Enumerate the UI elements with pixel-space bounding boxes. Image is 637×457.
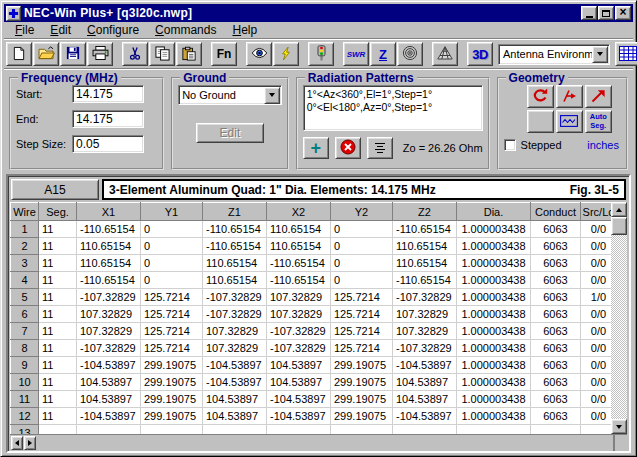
cell[interactable]: 11 bbox=[39, 408, 77, 425]
cell[interactable]: -110.65154 bbox=[203, 221, 267, 238]
ground-dropdown-arrow[interactable] bbox=[264, 87, 280, 104]
scrollbar-track[interactable] bbox=[611, 235, 627, 419]
print-button[interactable] bbox=[87, 42, 113, 66]
cell[interactable]: 0/0 bbox=[581, 391, 612, 408]
cell[interactable]: 11 bbox=[39, 272, 77, 289]
ground-dropdown[interactable]: No Ground bbox=[178, 85, 282, 105]
column-header-seg-[interactable]: Seg. bbox=[39, 203, 77, 221]
cell[interactable]: -104.53897 bbox=[393, 408, 457, 425]
cell[interactable]: -110.65154 bbox=[267, 255, 331, 272]
scroll-down-button[interactable] bbox=[611, 419, 627, 434]
cell[interactable]: 110.65154 bbox=[267, 238, 331, 255]
cell[interactable]: 110.65154 bbox=[77, 238, 141, 255]
swr-button[interactable]: SWR bbox=[343, 42, 369, 66]
cell[interactable]: 104.53897 bbox=[77, 391, 141, 408]
cell[interactable]: 0/0 bbox=[581, 238, 612, 255]
cell[interactable]: 299.19075 bbox=[141, 391, 203, 408]
cell[interactable]: -107.32829 bbox=[393, 340, 457, 357]
cell[interactable]: 104.53897 bbox=[393, 374, 457, 391]
column-header-src-ld[interactable]: Src/Ld bbox=[581, 203, 612, 221]
minimize-button[interactable] bbox=[581, 6, 597, 20]
cell[interactable]: 1.000003438 bbox=[457, 408, 531, 425]
cell[interactable]: 0 bbox=[331, 272, 393, 289]
cell[interactable]: 11 bbox=[39, 340, 77, 357]
cell[interactable]: 11 bbox=[39, 289, 77, 306]
cell[interactable]: 104.53897 bbox=[267, 357, 331, 374]
cell[interactable] bbox=[77, 425, 141, 435]
cell[interactable]: 0 bbox=[141, 255, 203, 272]
radiation-pattern-list[interactable]: 1°<Az<360°,El=1°,Step=1°0°<El<180°,Az=0°… bbox=[303, 85, 483, 131]
paste-button[interactable] bbox=[176, 42, 202, 66]
cell[interactable]: 299.19075 bbox=[141, 357, 203, 374]
cell[interactable]: 1.000003438 bbox=[457, 323, 531, 340]
cell[interactable]: -104.53897 bbox=[203, 374, 267, 391]
row-header[interactable]: 10 bbox=[11, 374, 39, 391]
menu-help[interactable]: Help bbox=[224, 22, 265, 39]
cell-reference-box[interactable]: A15 bbox=[11, 179, 99, 200]
cell[interactable]: 104.53897 bbox=[267, 374, 331, 391]
view-antenna-button[interactable] bbox=[246, 42, 272, 66]
cell[interactable]: 11 bbox=[39, 221, 77, 238]
cell[interactable]: 0 bbox=[141, 238, 203, 255]
cell[interactable]: 299.19075 bbox=[141, 408, 203, 425]
save-button[interactable] bbox=[60, 42, 86, 66]
traffic-light-button[interactable] bbox=[308, 42, 334, 66]
cell[interactable]: -107.32829 bbox=[77, 289, 141, 306]
cell[interactable]: 1.000003438 bbox=[457, 340, 531, 357]
cell[interactable] bbox=[141, 425, 203, 435]
wave-button[interactable] bbox=[556, 110, 583, 133]
cell[interactable]: 125.7214 bbox=[331, 323, 393, 340]
cell[interactable]: 6063 bbox=[531, 323, 581, 340]
cell[interactable]: 0/0 bbox=[581, 272, 612, 289]
cell[interactable]: 110.65154 bbox=[203, 255, 267, 272]
cell[interactable]: 1.000003438 bbox=[457, 391, 531, 408]
cell[interactable]: -107.32829 bbox=[393, 289, 457, 306]
cell[interactable]: -110.65154 bbox=[203, 238, 267, 255]
cell[interactable]: 6063 bbox=[531, 221, 581, 238]
stepped-checkbox[interactable] bbox=[504, 139, 516, 151]
cell[interactable]: 110.65154 bbox=[203, 272, 267, 289]
cell[interactable]: 0/0 bbox=[581, 357, 612, 374]
cell[interactable]: 0/0 bbox=[581, 323, 612, 340]
fn-button[interactable]: Fn bbox=[211, 42, 237, 66]
cell[interactable]: 299.19075 bbox=[331, 374, 393, 391]
cell[interactable] bbox=[393, 425, 457, 435]
cell[interactable]: 104.53897 bbox=[203, 408, 267, 425]
cell[interactable]: 125.7214 bbox=[141, 289, 203, 306]
cell[interactable]: 6063 bbox=[531, 272, 581, 289]
cell[interactable] bbox=[581, 425, 612, 435]
cell[interactable]: -107.32829 bbox=[203, 289, 267, 306]
cell[interactable]: 299.19075 bbox=[331, 357, 393, 374]
cell[interactable]: -104.53897 bbox=[77, 408, 141, 425]
antenna-display-button[interactable] bbox=[432, 42, 458, 66]
cell[interactable]: 0/0 bbox=[581, 374, 612, 391]
column-header-z1[interactable]: Z1 bbox=[203, 203, 267, 221]
cell[interactable]: -104.53897 bbox=[203, 357, 267, 374]
cell[interactable]: 110.65154 bbox=[393, 238, 457, 255]
cell[interactable]: 1.000003438 bbox=[457, 255, 531, 272]
cell[interactable]: 11 bbox=[39, 357, 77, 374]
radiation-pattern-button[interactable] bbox=[397, 42, 423, 66]
column-header-x1[interactable]: X1 bbox=[77, 203, 141, 221]
wire-arrow-button[interactable] bbox=[556, 85, 583, 108]
column-header-conduct[interactable]: Conduct bbox=[531, 203, 581, 221]
autoseg-button[interactable]: Auto Seg. bbox=[585, 110, 612, 133]
cell[interactable]: 299.19075 bbox=[331, 391, 393, 408]
column-header-x2[interactable]: X2 bbox=[267, 203, 331, 221]
row-header[interactable]: 11 bbox=[11, 391, 39, 408]
cell[interactable]: 125.7214 bbox=[331, 289, 393, 306]
cell[interactable]: -104.53897 bbox=[77, 357, 141, 374]
column-header-z2[interactable]: Z2 bbox=[393, 203, 457, 221]
cell[interactable]: 1.000003438 bbox=[457, 289, 531, 306]
titlebar[interactable]: NEC-Win Plus+ [q3l20c.nwp] × bbox=[4, 4, 633, 22]
row-header[interactable]: 1 bbox=[11, 221, 39, 238]
cell[interactable]: 11 bbox=[39, 238, 77, 255]
cell[interactable]: 125.7214 bbox=[141, 306, 203, 323]
cell[interactable]: 0 bbox=[331, 255, 393, 272]
antenna-environment-dropdown[interactable]: Antenna Environment bbox=[498, 44, 610, 65]
cell[interactable]: 6063 bbox=[531, 357, 581, 374]
cell[interactable] bbox=[267, 425, 331, 435]
cell[interactable]: 104.53897 bbox=[203, 391, 267, 408]
model-title-cell[interactable]: 3-Element Aluminum Quad: 1" Dia. Element… bbox=[102, 179, 626, 200]
cell[interactable]: 6063 bbox=[531, 255, 581, 272]
